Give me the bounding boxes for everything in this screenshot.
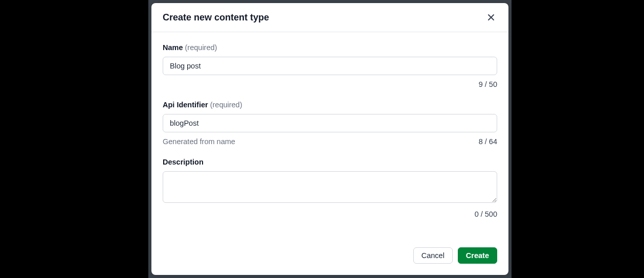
api-identifier-label-text: Api Identifier [163,101,208,109]
api-identifier-meta: Generated from name 8 / 64 [163,137,497,146]
modal-overlay: Create new content type Name (required) … [0,0,644,278]
close-icon [487,13,495,21]
api-identifier-input[interactable] [163,114,497,132]
name-label-text: Name [163,43,183,52]
name-label: Name (required) [163,43,497,52]
modal-footer: Cancel Create [151,243,508,275]
name-meta: 9 / 50 [163,80,497,88]
modal-body: Name (required) 9 / 50 Api Identifier (r… [151,32,508,243]
description-field-group: Description 0 / 500 [163,158,497,218]
description-counter: 0 / 500 [475,210,497,218]
api-identifier-required-suffix: (required) [210,101,242,109]
create-button[interactable]: Create [458,247,497,264]
api-identifier-label: Api Identifier (required) [163,101,497,109]
create-content-type-modal: Create new content type Name (required) … [151,3,508,275]
description-label-text: Description [163,158,204,166]
name-input[interactable] [163,57,497,75]
modal-header: Create new content type [151,3,508,32]
name-required-suffix: (required) [185,43,217,52]
close-button[interactable] [485,11,497,24]
description-input[interactable] [163,171,497,203]
cancel-button[interactable]: Cancel [413,247,453,264]
description-meta: 0 / 500 [163,210,497,218]
api-identifier-counter: 8 / 64 [479,137,497,146]
api-identifier-hint: Generated from name [163,137,235,146]
api-identifier-field-group: Api Identifier (required) Generated from… [163,101,497,146]
name-field-group: Name (required) 9 / 50 [163,43,497,88]
name-counter: 9 / 50 [479,80,497,88]
description-label: Description [163,158,497,166]
modal-title: Create new content type [163,12,269,23]
